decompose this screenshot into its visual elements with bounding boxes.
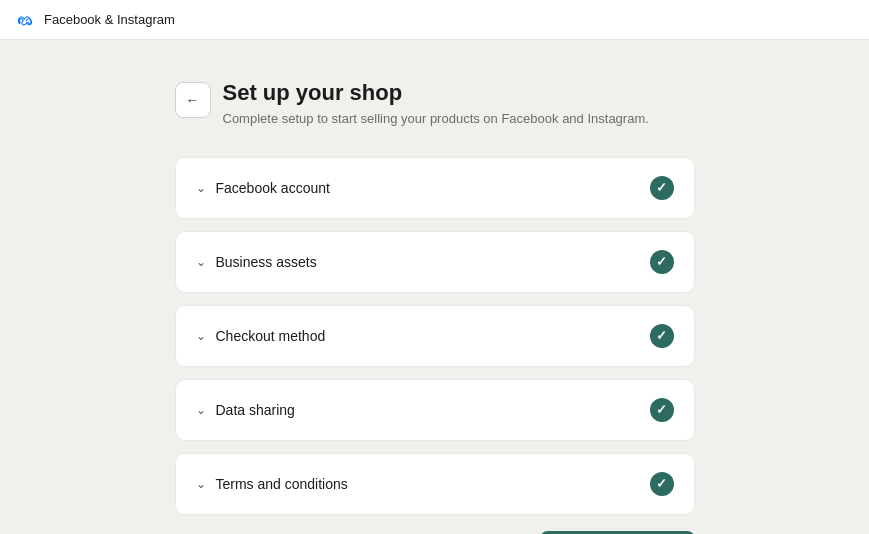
section-card-terms-and-conditions[interactable]: ⌄ Terms and conditions ✓ [175, 453, 695, 515]
completed-check-circle: ✓ [650, 250, 674, 274]
completed-check-circle: ✓ [650, 324, 674, 348]
section-card-business-assets[interactable]: ⌄ Business assets ✓ [175, 231, 695, 293]
chevron-down-icon: ⌄ [196, 329, 206, 343]
page-title: Set up your shop [223, 80, 649, 106]
section-left: ⌄ Terms and conditions [196, 476, 348, 492]
page-title-block: Set up your shop Complete setup to start… [223, 80, 649, 129]
checkmark-icon: ✓ [656, 181, 667, 194]
main-content: ← Set up your shop Complete setup to sta… [0, 40, 869, 534]
chevron-down-icon: ⌄ [196, 181, 206, 195]
checkmark-icon: ✓ [656, 403, 667, 416]
section-left: ⌄ Business assets [196, 254, 317, 270]
checkmark-icon: ✓ [656, 477, 667, 490]
back-button[interactable]: ← [175, 82, 211, 118]
completed-check-circle: ✓ [650, 472, 674, 496]
checkmark-icon: ✓ [656, 255, 667, 268]
section-card-facebook-account[interactable]: ⌄ Facebook account ✓ [175, 157, 695, 219]
section-left: ⌄ Checkout method [196, 328, 326, 344]
submit-area: Submit for review [175, 531, 695, 534]
chevron-down-icon: ⌄ [196, 255, 206, 269]
section-label: Business assets [216, 254, 317, 270]
submit-for-review-button[interactable]: Submit for review [540, 531, 695, 534]
section-label: Checkout method [216, 328, 326, 344]
section-card-checkout-method[interactable]: ⌄ Checkout method ✓ [175, 305, 695, 367]
meta-logo-icon [16, 10, 36, 30]
section-left: ⌄ Data sharing [196, 402, 295, 418]
section-label: Terms and conditions [216, 476, 348, 492]
topbar-title: Facebook & Instagram [44, 12, 175, 27]
page-subtitle: Complete setup to start selling your pro… [223, 110, 649, 128]
back-arrow-icon: ← [186, 92, 200, 108]
section-label: Facebook account [216, 180, 330, 196]
section-left: ⌄ Facebook account [196, 180, 330, 196]
section-label: Data sharing [216, 402, 295, 418]
section-card-data-sharing[interactable]: ⌄ Data sharing ✓ [175, 379, 695, 441]
chevron-down-icon: ⌄ [196, 477, 206, 491]
content-wrapper: ← Set up your shop Complete setup to sta… [175, 80, 695, 534]
checkmark-icon: ✓ [656, 329, 667, 342]
page-header: ← Set up your shop Complete setup to sta… [175, 80, 695, 129]
chevron-down-icon: ⌄ [196, 403, 206, 417]
completed-check-circle: ✓ [650, 176, 674, 200]
topbar: Facebook & Instagram [0, 0, 869, 40]
sections-container: ⌄ Facebook account ✓ ⌄ Business assets ✓… [175, 157, 695, 515]
completed-check-circle: ✓ [650, 398, 674, 422]
